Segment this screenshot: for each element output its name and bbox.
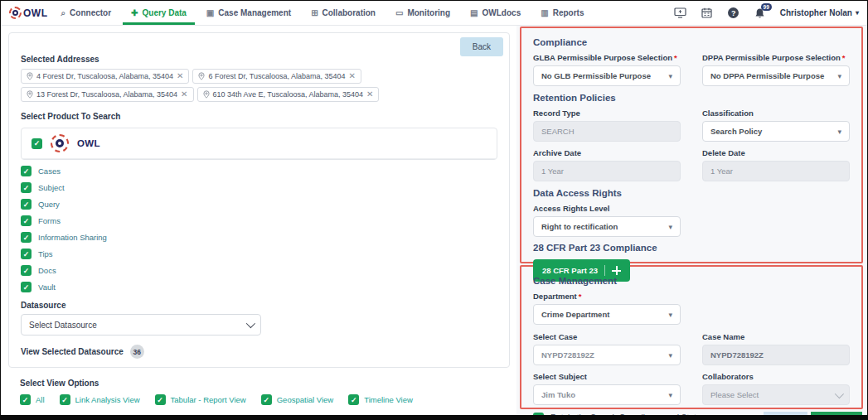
address-chip-text: 4 Forest Dr, Tuscaloosa, Alabama, 35404: [36, 72, 173, 80]
remove-address-icon[interactable]: ✕: [177, 72, 183, 80]
query-builder-panel: Back Selected Addresses 4 Forest Dr, Tus…: [8, 32, 510, 368]
product-subitem: Cases: [21, 166, 497, 176]
product-subitem: Information Sharing: [21, 232, 497, 243]
subitem-checkbox[interactable]: [21, 215, 32, 226]
nav-tab[interactable]: ▭ Monitoring: [395, 1, 450, 25]
classification-select[interactable]: Search Policy: [702, 121, 850, 142]
dppa-field: DPPA Permissible Purpose Selection* No D…: [702, 53, 850, 86]
select-subject-select[interactable]: Jim Tuko: [533, 384, 681, 405]
archive-date-field: Archive Date 1 Year: [533, 148, 681, 181]
user-name: Christopher Nolan: [780, 8, 852, 17]
classification-select-value: Search Policy: [710, 127, 762, 136]
glba-select[interactable]: No GLB Permissible Purpose: [533, 65, 681, 86]
view-option-checkbox[interactable]: [20, 394, 31, 405]
address-chip-text: 610 34th Ave E, Tuscaloosa, Alabama, 354…: [213, 90, 363, 99]
nav-tab[interactable]: ✚ Query Data: [131, 1, 187, 25]
archive-date-label: Archive Date: [533, 148, 681, 157]
subject-row: Select Subject Jim Tuko Collaborators Pl…: [533, 372, 850, 405]
view-option-checkbox[interactable]: [348, 394, 359, 405]
product-name: OWL: [77, 138, 100, 148]
view-option-checkbox[interactable]: [155, 394, 166, 405]
nav-tab[interactable]: ▤ OWLdocs: [470, 1, 521, 25]
select-view-options-label: Select View Options: [20, 379, 498, 388]
nav-tab[interactable]: ⌕ Connector: [61, 1, 112, 25]
required-marker: *: [842, 53, 846, 62]
location-pin-icon: [27, 72, 33, 80]
subitem-label: Docs: [38, 266, 56, 275]
view-option-checkbox[interactable]: [261, 394, 272, 405]
view-option-checkbox[interactable]: [60, 394, 70, 405]
collaborators-label: Collaborators: [702, 372, 850, 381]
calendar-icon[interactable]: [701, 7, 714, 20]
select-product-label: Select Product To Search: [21, 112, 497, 121]
notification-count-badge: 99: [761, 3, 772, 11]
department-select[interactable]: Crime Department: [533, 304, 681, 325]
access-rights-select-value: Right to rectification: [541, 222, 618, 231]
nav-tab-icon: ▣: [206, 8, 214, 17]
subitem-checkbox[interactable]: [21, 199, 32, 210]
owl-logo: OWL: [9, 7, 48, 19]
cfr-compliance-title: 28 CFR Part 23 Compliance: [533, 243, 850, 253]
subitem-checkbox[interactable]: [21, 182, 32, 193]
access-rights-select[interactable]: Right to rectification: [533, 216, 681, 237]
collaborators-select: Please Select: [702, 384, 850, 405]
product-subitems: Cases Subject Query Forms: [21, 166, 497, 292]
subitem-checkbox[interactable]: [21, 166, 32, 176]
help-icon[interactable]: ?: [727, 7, 740, 20]
screen-share-icon[interactable]: [674, 7, 687, 20]
product-checkbox[interactable]: [32, 138, 42, 149]
address-chip-text: 13 Forest Dr, Tuscaloosa, Alabama, 35404: [36, 90, 177, 99]
location-pin-icon: [27, 90, 33, 99]
remove-address-icon[interactable]: ✕: [181, 90, 187, 99]
record-classification-row: Record Type SEARCH Classification Search…: [533, 109, 850, 142]
datasource-select[interactable]: Select Datasource: [21, 314, 261, 336]
nav-tab-icon: ⌕: [61, 8, 66, 18]
nav-tab-icon: ✚: [131, 8, 138, 17]
product-subitem: Tips: [21, 249, 497, 259]
remove-address-icon[interactable]: ✕: [349, 72, 356, 80]
subitem-checkbox[interactable]: [21, 265, 32, 276]
view-option: Tabular - Report View: [155, 394, 246, 405]
view-option: Geospatial View: [261, 394, 333, 405]
nav-tab-icon: ⊞: [311, 8, 318, 17]
view-option-label: Timeline View: [364, 395, 413, 404]
subitem-label: Tips: [38, 249, 53, 258]
subitem-checkbox[interactable]: [21, 232, 32, 243]
subitem-label: Information Sharing: [38, 233, 107, 242]
access-rights-field: Access Rights Level Right to rectificati…: [533, 204, 850, 237]
back-button[interactable]: Back: [460, 37, 503, 56]
subitem-checkbox[interactable]: [21, 249, 32, 259]
query-column: Back Selected Addresses 4 Forest Dr, Tus…: [2, 26, 516, 415]
select-subject-field: Select Subject Jim Tuko: [533, 372, 681, 405]
owl-logo-icon: [9, 7, 22, 19]
datasource-count-badge: 36: [130, 345, 144, 359]
user-menu[interactable]: Christopher Nolan ▾: [780, 8, 859, 17]
delete-date-field: Delete Date 1 Year: [702, 148, 850, 181]
subitem-label: Query: [38, 200, 60, 209]
selected-addresses-label: Selected Addresses: [21, 55, 497, 64]
button-divider: [604, 265, 605, 276]
subitem-checkbox[interactable]: [21, 282, 32, 292]
nav-tab-label: Collaboration: [322, 8, 376, 17]
product-header-row: OWL: [22, 128, 497, 159]
app-window: OWL ⌕ Connector ✚ Query Data ▣ Case Mana…: [0, 0, 868, 420]
nav-tab-label: Query Data: [143, 8, 187, 17]
archive-delete-row: Archive Date 1 Year Delete Date 1 Year: [533, 148, 850, 181]
select-case-select[interactable]: NYPD728192Z: [533, 345, 681, 365]
access-rights-label: Access Rights Level: [533, 204, 850, 213]
nav-tab-label: Monitoring: [407, 8, 450, 17]
nav-tab[interactable]: ▣ Case Management: [206, 1, 291, 25]
view-options-row: All Link Analysis View Tabular - Report …: [20, 394, 498, 405]
dppa-select[interactable]: No DPPA Permissible Purpose: [702, 65, 850, 86]
nav-tab[interactable]: ▥ Reports: [541, 1, 584, 25]
remove-address-icon[interactable]: ✕: [366, 90, 373, 99]
topbar-tools: ? 99 Christopher Nolan ▾: [674, 7, 859, 20]
window-bottom-edge: [1, 415, 867, 419]
dppa-label: DPPA Permissible Purpose Selection*: [702, 53, 850, 62]
nav-tab[interactable]: ⊞ Collaboration: [311, 1, 376, 25]
plus-icon[interactable]: [612, 266, 621, 275]
notifications-bell-icon[interactable]: 99: [754, 7, 767, 20]
compliance-annotation-box: Compliance GLBA Permissible Purpose Sele…: [520, 27, 863, 263]
glba-field: GLBA Permissible Purpose Selection* No G…: [533, 53, 681, 86]
view-option: Timeline View: [348, 394, 413, 405]
